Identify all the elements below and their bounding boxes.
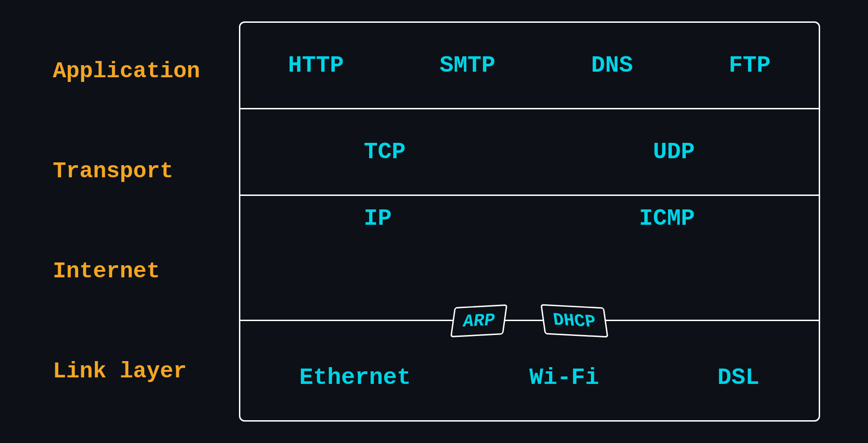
network-model-diagram: Application Transport Internet Link laye…	[39, 12, 829, 431]
link-layer-label: Link layer	[39, 358, 239, 385]
arp-protocol: ARP	[462, 310, 496, 332]
http-protocol: HTTP	[288, 52, 344, 79]
internet-top-protocols: IP ICMP	[240, 201, 819, 320]
protocol-diagram-box: HTTP SMTP DNS FTP TCP UDP IP ICMP ARP DH…	[239, 21, 820, 422]
udp-protocol: UDP	[653, 139, 695, 165]
labels-column: Application Transport Internet Link laye…	[39, 12, 239, 431]
dhcp-box: DHCP	[541, 304, 609, 337]
transport-row: TCP UDP	[240, 109, 819, 196]
wifi-protocol: Wi-Fi	[529, 364, 599, 391]
transport-layer-label: Transport	[39, 158, 239, 185]
ip-protocol: IP	[364, 205, 391, 320]
ftp-protocol: FTP	[729, 52, 770, 79]
internet-bottom-protocols: ARP DHCP	[240, 306, 819, 336]
application-row: HTTP SMTP DNS FTP	[240, 23, 819, 109]
smtp-protocol: SMTP	[439, 52, 495, 79]
dns-protocol: DNS	[591, 52, 633, 79]
internet-row: IP ICMP ARP DHCP	[240, 196, 819, 321]
dsl-protocol: DSL	[717, 364, 759, 391]
tcp-protocol: TCP	[364, 139, 405, 165]
dhcp-protocol: DHCP	[552, 310, 597, 332]
ethernet-protocol: Ethernet	[299, 364, 411, 391]
application-layer-label: Application	[39, 58, 239, 85]
internet-layer-label: Internet	[39, 258, 239, 285]
arp-box: ARP	[450, 304, 508, 337]
icmp-protocol: ICMP	[639, 205, 695, 320]
